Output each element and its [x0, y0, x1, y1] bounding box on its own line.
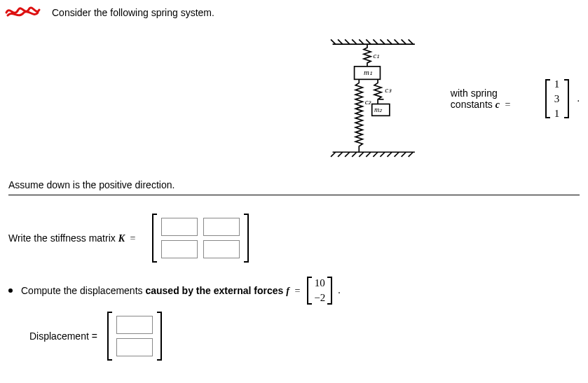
label-m1: m₁: [364, 68, 372, 76]
d-input-1[interactable]: [116, 338, 153, 356]
f-vector-entry: −2: [314, 292, 325, 304]
svg-line-1: [331, 39, 336, 44]
stiffness-prompt-text: Write the stiffness matrix K =: [8, 232, 138, 244]
svg-line-3: [345, 39, 350, 44]
period: .: [336, 285, 341, 296]
spring-constants-row: with spring constants c = 1 3 1 .: [451, 79, 580, 118]
svg-line-9: [388, 39, 392, 44]
svg-line-10: [395, 39, 399, 44]
k-input-0-0[interactable]: [161, 218, 198, 236]
label-m2: m₂: [374, 106, 383, 113]
label-c1: c₁: [373, 51, 379, 60]
constants-text: with spring constants c =: [451, 88, 538, 111]
svg-line-17: [331, 152, 336, 157]
k-input-0-1[interactable]: [203, 218, 240, 236]
stiffness-matrix-input: [152, 214, 249, 263]
k-input-1-1[interactable]: [203, 240, 240, 258]
svg-line-7: [373, 39, 378, 44]
svg-line-18: [338, 152, 343, 157]
displacement-row: Displacement =: [8, 312, 580, 361]
intro-text: Consider the following spring system.: [52, 6, 214, 18]
label-c2: c₂: [365, 97, 372, 106]
label-c3: c₃: [385, 85, 392, 94]
k-input-1-0[interactable]: [161, 240, 198, 258]
f-vector: 10 −2: [307, 277, 332, 305]
bullet-icon: [8, 288, 13, 293]
c-vector-entry: 1: [552, 108, 562, 120]
redaction-scribble: [8, 6, 38, 21]
c-vector: 1 3 1: [545, 79, 569, 118]
svg-line-6: [366, 39, 371, 44]
svg-line-24: [380, 152, 385, 157]
period: .: [576, 93, 580, 104]
c-vector-entry: 1: [552, 78, 562, 90]
displacement-vector-input: [107, 312, 162, 361]
spring-diagram: c₁ m₁ c₂ c₃ m₂: [324, 25, 430, 172]
compute-prompt-text: Compute the displacements caused by the …: [21, 285, 303, 297]
d-input-0[interactable]: [116, 316, 153, 334]
c-vector-entry: 3: [552, 93, 562, 105]
svg-line-2: [338, 39, 343, 44]
svg-line-26: [395, 152, 399, 157]
svg-line-12: [409, 39, 413, 44]
assume-text: Assume down is the positive direction.: [8, 179, 580, 190]
svg-line-20: [352, 152, 357, 157]
stiffness-prompt-row: Write the stiffness matrix K =: [8, 214, 580, 263]
svg-line-5: [359, 39, 364, 44]
f-vector-entry: 10: [314, 277, 325, 289]
displacement-label: Displacement =: [29, 330, 97, 342]
compute-prompt-row: Compute the displacements caused by the …: [8, 277, 580, 305]
svg-line-27: [402, 152, 406, 157]
svg-line-23: [373, 152, 378, 157]
divider: [8, 195, 580, 195]
svg-line-25: [388, 152, 392, 157]
svg-line-22: [366, 152, 371, 157]
svg-line-19: [345, 152, 350, 157]
svg-line-21: [359, 152, 364, 157]
svg-line-4: [352, 39, 357, 44]
svg-line-11: [402, 39, 406, 44]
svg-line-8: [380, 39, 385, 44]
svg-line-28: [409, 152, 413, 157]
